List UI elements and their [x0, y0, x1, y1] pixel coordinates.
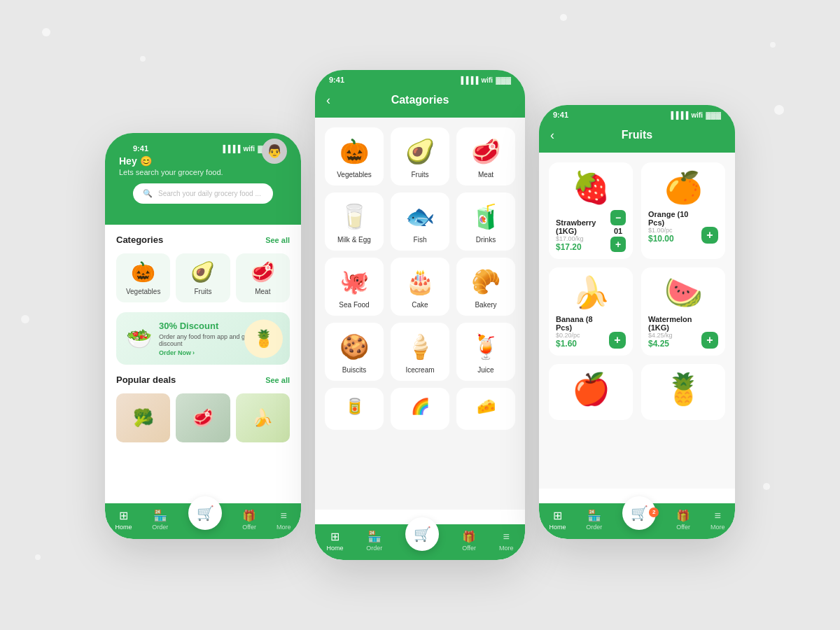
cat-icon-seafood: 🐙 — [340, 267, 369, 295]
cat-nav-offer[interactable]: 🎁 Offer — [462, 530, 476, 552]
order-nav-label: Order — [152, 524, 168, 531]
cat-icon-fruits: 🥑 — [405, 137, 435, 165]
fruits-offer-icon: 🎁 — [676, 509, 690, 522]
cat-icon-biscuits: 🍪 — [340, 332, 369, 360]
phones-container: 9:41 ▐▐▐▐ wifi ▓▓▓ Hey 😊 Lets search you… — [105, 70, 735, 560]
fruits-nav-offer[interactable]: 🎁 Offer — [676, 509, 690, 531]
product-strawberry[interactable]: 🍓 Strawberry (1KG) $17.00/kg $17.20 − 01… — [549, 162, 633, 259]
fruits-nav-more[interactable]: ≡ More — [710, 510, 725, 531]
home-nav-label: Home — [115, 524, 132, 531]
cat-nav-order[interactable]: 🏪 Order — [366, 530, 382, 552]
cat-card-vegetables[interactable]: 🎃 Vegetables — [325, 127, 384, 186]
discount-banner[interactable]: 🥗 30% Discount Order any food from app a… — [116, 312, 290, 365]
strawberry-minus-btn[interactable]: − — [610, 210, 626, 225]
orange-price: $10.00 — [648, 234, 701, 244]
categories-page-title: Catagories — [391, 94, 449, 106]
fruits-header-area: 9:41 ▐▐▐▐ wifi ▓▓▓ ‹ Fruits — [539, 105, 735, 153]
product-banana[interactable]: 🍌 Banana (8 Pcs) $0.20/pc $1.60 + — [549, 267, 633, 356]
cat-label-fish: Fish — [414, 236, 427, 244]
fruits-product-grid: 🍓 Strawberry (1KG) $17.00/kg $17.20 − 01… — [549, 162, 725, 420]
cat-card-fruits[interactable]: 🥑 Fruits — [391, 127, 449, 186]
deal-bananas[interactable]: 🍌 — [236, 393, 290, 442]
home-nav-icon: ⊞ — [119, 509, 128, 522]
home-cat-fruits[interactable]: 🥑 Fruits — [176, 253, 230, 302]
product-pineapple[interactable]: 🍍 — [641, 364, 725, 420]
cat-more-label: More — [499, 545, 514, 552]
nav-home[interactable]: ⊞ Home — [115, 509, 132, 531]
categories-bottom-nav: ⊞ Home 🏪 Order 🛒 🎁 Offer ≡ More — [315, 524, 525, 560]
fruits-order-icon: 🏪 — [587, 509, 601, 522]
fruits-nav-order[interactable]: 🏪 Order — [586, 509, 602, 531]
cat-home-icon: ⊞ — [330, 530, 340, 543]
user-avatar[interactable]: 👨 — [262, 139, 287, 164]
search-icon: 🔍 — [143, 189, 153, 198]
deal-meat[interactable]: 🥩 — [176, 393, 230, 442]
cat-nav-home[interactable]: ⊞ Home — [326, 530, 343, 552]
nav-offer[interactable]: 🎁 Offer — [242, 509, 256, 531]
cat-card-cake[interactable]: 🎂 Cake — [391, 258, 449, 316]
orange-info-row: Orange (10 Pcs) $1.00/pc $10.00 + — [648, 210, 718, 244]
nav-order[interactable]: 🏪 Order — [152, 509, 168, 531]
cat-card-milk[interactable]: 🥛 Milk & Egg — [325, 192, 384, 251]
home-cat-meat[interactable]: 🥩 Meat — [236, 253, 290, 302]
categories-header: Categories See all — [116, 234, 290, 245]
deal-vegetables[interactable]: 🥦 — [116, 393, 170, 442]
cat-card-more2[interactable]: 🧀 — [456, 388, 515, 430]
cat-card-drinks[interactable]: 🧃 Drinks — [456, 192, 515, 251]
cat-home-label: Home — [326, 545, 343, 552]
categories-title-bar: ‹ Catagories — [315, 87, 525, 118]
cat-icon-fish: 🐟 — [405, 202, 435, 230]
cart-badge: 2 — [649, 507, 659, 517]
signal-icon-cat: ▐▐▐▐ — [458, 76, 478, 84]
back-button-fruits[interactable]: ‹ — [550, 128, 554, 143]
fruits-more-icon: ≡ — [715, 510, 721, 522]
cat-icon-meat: 🥩 — [471, 137, 500, 165]
discount-food-icon: 🥗 — [126, 326, 152, 351]
banana-add-button[interactable]: + — [609, 332, 626, 349]
status-icons-categories: ▐▐▐▐ wifi ▓▓▓ — [458, 76, 511, 84]
cat-card-icecream[interactable]: 🍦 Icecream — [391, 323, 449, 381]
fruits-nav-home[interactable]: ⊞ Home — [549, 509, 566, 531]
nav-more[interactable]: ≡ More — [276, 510, 291, 531]
watermelon-add-button[interactable]: + — [701, 332, 718, 349]
watermelon-name: Watermelon (1KG) — [648, 315, 701, 332]
fruits-more-label: More — [710, 524, 725, 531]
cat-offer-icon: 🎁 — [462, 530, 476, 543]
product-orange[interactable]: 🍊 Orange (10 Pcs) $1.00/pc $10.00 + — [641, 162, 725, 259]
cat-card-fish[interactable]: 🐟 Fish — [391, 192, 449, 251]
cat-card-seafood[interactable]: 🐙 Sea Food — [325, 258, 384, 316]
home-cat-vegetables[interactable]: 🎃 Vegetables — [116, 253, 170, 302]
cat-card-biscuits[interactable]: 🍪 Buiscits — [325, 323, 384, 381]
cat-order-label: Order — [366, 545, 382, 552]
strawberry-plus-btn[interactable]: + — [610, 237, 626, 252]
cat-label-fruits: Fruits — [412, 171, 429, 178]
cat-card-bakery[interactable]: 🥐 Bakery — [456, 258, 515, 316]
greeting-text: Hey 😊 — [119, 155, 287, 167]
order-nav-icon: 🏪 — [153, 509, 167, 522]
strawberry-name: Strawberry (1KG) — [556, 218, 610, 235]
offer-nav-icon: 🎁 — [242, 509, 256, 522]
back-button-categories[interactable]: ‹ — [326, 93, 330, 108]
home-content: Categories See all 🎃 Vegetables 🥑 Fruits… — [105, 225, 301, 491]
cat-icon-snacks: 🥫 — [345, 398, 364, 416]
popular-see-all[interactable]: See all — [265, 376, 290, 384]
cart-fab-button[interactable]: 🛒 — [188, 496, 222, 530]
search-bar[interactable]: 🔍 Search your daily grocery food ... — [133, 183, 273, 204]
product-apple[interactable]: 🍎 — [549, 364, 633, 420]
product-watermelon[interactable]: 🍉 Watermelon (1KG) $4.25/kg $4.25 + — [641, 267, 725, 356]
watermelon-info-row: Watermelon (1KG) $4.25/kg $4.25 + — [648, 315, 718, 349]
banana-info-row: Banana (8 Pcs) $0.20/pc $1.60 + — [556, 315, 626, 349]
cat-card-snacks[interactable]: 🥫 — [325, 388, 384, 430]
cat-icon-vegetables: 🎃 — [340, 137, 369, 165]
wifi-icon: wifi — [243, 145, 255, 153]
orange-orig-price: $1.00/pc — [648, 227, 701, 234]
categories-see-all[interactable]: See all — [265, 236, 290, 244]
cat-card-meat[interactable]: 🥩 Meat — [456, 127, 515, 186]
cat-cart-fab[interactable]: 🛒 — [405, 517, 439, 551]
cat-nav-more[interactable]: ≡ More — [499, 531, 514, 552]
watermelon-image: 🍉 — [664, 274, 703, 311]
cat-card-juice[interactable]: 🍹 Juice — [456, 323, 515, 381]
orange-add-button[interactable]: + — [701, 227, 718, 244]
cat-card-more1[interactable]: 🌈 — [391, 388, 449, 430]
cat-icon-drinks: 🧃 — [471, 202, 500, 230]
